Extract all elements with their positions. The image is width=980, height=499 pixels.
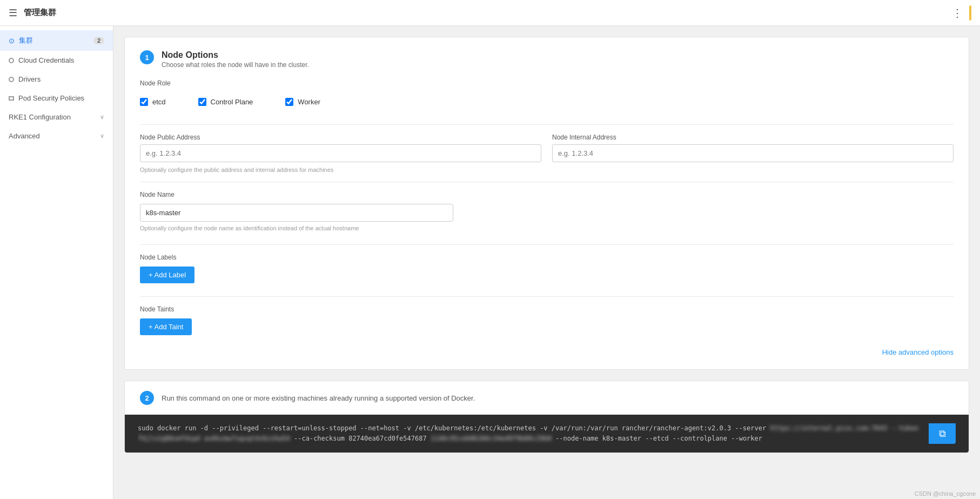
command-middle: --ca-checksum 82740ea67cd0fe547687 xyxy=(294,435,427,442)
sidebar-drivers-label: Drivers xyxy=(18,75,41,83)
node-taints-section: Node Taints + Add Taint xyxy=(140,305,954,335)
worker-checkbox[interactable] xyxy=(285,98,293,106)
more-options-icon[interactable]: ⋮ xyxy=(952,6,963,19)
control-plane-label: Control Plane xyxy=(211,98,253,106)
main-content: 1 Node Options Choose what roles the nod… xyxy=(113,26,980,499)
command-blurred-3: 1148c95ceb06266c34ed979b80c29b0 xyxy=(431,435,552,442)
cluster-badge: 2 xyxy=(93,37,104,44)
rke1-chevron-icon: ∨ xyxy=(100,114,104,121)
node-options-subtitle: Choose what roles the node will have in … xyxy=(162,61,309,69)
sidebar-item-advanced[interactable]: Advanced ∨ xyxy=(0,127,113,145)
step2-badge: 2 xyxy=(140,391,154,405)
control-plane-checkbox-item[interactable]: Control Plane xyxy=(198,98,253,106)
hamburger-icon[interactable]: ☰ xyxy=(9,7,17,19)
command-header: 2 Run this command on one or more existi… xyxy=(125,381,969,415)
command-suffix: --node-name k8s-master --etcd --controlp… xyxy=(555,435,762,442)
watermark: CSDN @china_cgcone xyxy=(915,490,976,497)
sidebar-item-cloud-credentials[interactable]: Cloud Credentials xyxy=(0,51,113,70)
status-indicator xyxy=(969,5,971,21)
node-name-section: Node Name Optionally configure the node … xyxy=(140,191,954,231)
public-address-field: Node Public Address xyxy=(140,134,541,162)
command-section: 2 Run this command on one or more existi… xyxy=(124,381,969,453)
node-labels-section: Node Labels + Add Label xyxy=(140,254,954,283)
hide-advanced-link[interactable]: Hide advanced options xyxy=(140,348,954,356)
topbar: ☰ 管理集群 ⋮ xyxy=(0,0,980,26)
topbar-left: ☰ 管理集群 xyxy=(9,7,56,19)
step1-badge: 1 xyxy=(140,50,154,64)
internal-address-input[interactable] xyxy=(552,144,954,162)
topbar-right: ⋮ xyxy=(952,5,971,21)
add-label-button[interactable]: + Add Label xyxy=(140,267,194,283)
sidebar-cluster-label: 集群 xyxy=(19,36,33,45)
add-taint-button[interactable]: + Add Taint xyxy=(140,318,192,335)
node-name-input[interactable] xyxy=(140,204,453,222)
command-prefix: sudo docker run -d --privileged --restar… xyxy=(138,424,766,432)
advanced-label: Advanced xyxy=(9,132,40,140)
sidebar-cloud-credentials-label: Cloud Credentials xyxy=(18,56,74,64)
worker-label: Worker xyxy=(298,98,320,106)
etcd-label: etcd xyxy=(152,98,166,106)
node-role-section: Node Role etcd Control Plane Worker xyxy=(140,79,954,111)
sidebar: ⊙ 集群 2 Cloud Credentials Drivers Pod Sec… xyxy=(0,26,113,499)
node-role-checkboxes: etcd Control Plane Worker xyxy=(140,92,954,111)
command-blurred-2: av6kzmw7sqvqt4z6zshw54 xyxy=(204,435,290,442)
pod-security-policies-icon xyxy=(9,96,14,101)
topbar-title: 管理集群 xyxy=(24,8,56,18)
etcd-checkbox[interactable] xyxy=(140,98,148,106)
node-role-label: Node Role xyxy=(140,79,954,87)
etcd-checkbox-item[interactable]: etcd xyxy=(140,98,166,106)
sidebar-item-rke1-configuration[interactable]: RKE1 Configuration ∨ xyxy=(0,108,113,127)
address-hint: Optionally configure the public address … xyxy=(140,167,954,173)
cloud-credentials-icon xyxy=(9,58,14,63)
sidebar-item-drivers[interactable]: Drivers xyxy=(0,70,113,89)
node-options-header: 1 Node Options Choose what roles the nod… xyxy=(140,50,954,69)
copy-command-button[interactable]: ⧉ xyxy=(929,423,956,444)
command-content: sudo docker run -d --privileged --restar… xyxy=(138,423,929,444)
public-address-label: Node Public Address xyxy=(140,134,541,141)
internal-address-label: Node Internal Address xyxy=(552,134,954,141)
command-block: sudo docker run -d --privileged --restar… xyxy=(125,415,969,453)
public-address-input[interactable] xyxy=(140,144,541,162)
app-layout: ⊙ 集群 2 Cloud Credentials Drivers Pod Sec… xyxy=(0,26,980,499)
sidebar-item-cluster[interactable]: ⊙ 集群 2 xyxy=(0,30,113,51)
node-taints-label: Node Taints xyxy=(140,305,954,313)
drivers-icon xyxy=(9,77,14,82)
sidebar-pod-security-label: Pod Security Policies xyxy=(18,94,84,102)
node-options-card: 1 Node Options Choose what roles the nod… xyxy=(124,37,969,370)
sidebar-item-pod-security-policies[interactable]: Pod Security Policies xyxy=(0,89,113,108)
node-labels-label: Node Labels xyxy=(140,254,954,261)
internal-address-field: Node Internal Address xyxy=(552,134,954,162)
worker-checkbox-item[interactable]: Worker xyxy=(285,98,320,106)
node-name-hint: Optionally configure the node name as id… xyxy=(140,225,954,231)
rke1-label: RKE1 Configuration xyxy=(9,113,71,121)
node-options-title: Node Options xyxy=(162,50,309,60)
cluster-icon: ⊙ xyxy=(9,37,15,45)
control-plane-checkbox[interactable] xyxy=(198,98,206,106)
node-name-label: Node Name xyxy=(140,191,954,198)
command-description: Run this command on one or more existing… xyxy=(162,394,475,402)
advanced-chevron-icon: ∨ xyxy=(100,132,104,139)
address-row: Node Public Address Node Internal Addres… xyxy=(140,134,954,162)
